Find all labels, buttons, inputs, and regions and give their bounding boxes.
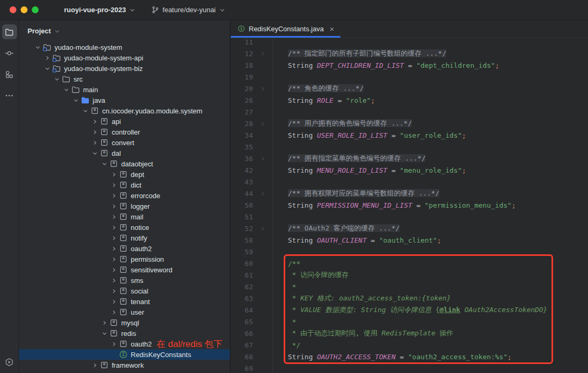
code-line-50[interactable]: 50String PERMISSION_MENU_ID_LIST = "perm… bbox=[231, 199, 588, 211]
fold-region-icon[interactable] bbox=[253, 121, 272, 127]
tree-item-java[interactable]: java bbox=[19, 95, 230, 105]
chevron-expanded-icon[interactable] bbox=[80, 106, 90, 115]
tree-item-api[interactable]: api bbox=[19, 116, 230, 127]
tree-item-framework[interactable]: framework bbox=[19, 360, 230, 370]
tree-item-notify[interactable]: notify bbox=[19, 233, 230, 243]
code-line-60[interactable]: 60/** bbox=[231, 257, 588, 269]
tree-item-mysql[interactable]: mysql bbox=[19, 317, 230, 328]
code-line-11[interactable]: 11 bbox=[231, 38, 588, 48]
code-line-66[interactable]: 66 * 由于动态过期时间, 使用 RedisTemplate 操作 bbox=[231, 327, 588, 339]
fold-region-icon[interactable] bbox=[253, 226, 272, 232]
fold-region-icon[interactable] bbox=[253, 51, 272, 57]
tree-item-rediskeyconstants[interactable]: IRedisKeyConstants bbox=[19, 349, 230, 360]
fold-region-icon[interactable] bbox=[253, 191, 272, 197]
chevron-expanded-icon[interactable] bbox=[52, 75, 61, 83]
code-line-68[interactable]: 68String OAUTH2_ACCESS_TOKEN = "oauth2_a… bbox=[231, 351, 588, 362]
tree-item-src[interactable]: src bbox=[19, 74, 230, 84]
chevron-collapsed-icon[interactable] bbox=[90, 361, 99, 369]
chevron-collapsed-icon[interactable] bbox=[109, 191, 119, 200]
code-line-12[interactable]: 12/** 指定部门的所有子部门编号数组的缓存 ...*/ bbox=[231, 48, 588, 59]
code-line-35[interactable]: 35 bbox=[231, 141, 588, 153]
tree-item-redis[interactable]: redis bbox=[19, 328, 230, 339]
tree-item-dataobject[interactable]: dataobject bbox=[19, 158, 230, 169]
chevron-expanded-icon[interactable] bbox=[42, 64, 52, 73]
chevron-collapsed-icon[interactable] bbox=[109, 244, 119, 253]
chevron-expanded-icon[interactable] bbox=[90, 149, 99, 157]
chevron-collapsed-icon[interactable] bbox=[99, 318, 109, 327]
chevron-collapsed-icon[interactable] bbox=[90, 138, 99, 147]
tree-item-oauth2[interactable]: oauth2在 dal/redis 包下 bbox=[19, 339, 230, 349]
code-line-62[interactable]: 62 * bbox=[231, 281, 588, 292]
tree-item-logger[interactable]: logger bbox=[19, 201, 230, 211]
chevron-expanded-icon[interactable] bbox=[99, 329, 109, 338]
code-line-67[interactable]: 67 */ bbox=[231, 339, 588, 351]
tree-item-notice[interactable]: notice bbox=[19, 222, 230, 233]
chevron-collapsed-icon[interactable] bbox=[42, 54, 52, 62]
tree-item-convert[interactable]: convert bbox=[19, 137, 230, 148]
chevron-expanded-icon[interactable] bbox=[33, 43, 42, 51]
tree-item-social[interactable]: social bbox=[19, 286, 230, 296]
chevron-collapsed-icon[interactable] bbox=[109, 276, 119, 285]
tree-item-yudao-module-system-biz[interactable]: yudao-module-system-biz bbox=[19, 63, 230, 74]
close-window-button[interactable] bbox=[10, 6, 16, 13]
chevron-collapsed-icon[interactable] bbox=[109, 202, 119, 210]
structure-tool-button[interactable] bbox=[2, 67, 17, 82]
chevron-collapsed-icon[interactable] bbox=[90, 128, 99, 136]
tab-rediskeyconstants[interactable]: I RedisKeyConstants.java × bbox=[231, 20, 340, 38]
fold-region-icon[interactable] bbox=[253, 86, 272, 92]
chevron-collapsed-icon[interactable] bbox=[109, 170, 119, 179]
chevron-collapsed-icon[interactable] bbox=[109, 265, 119, 274]
chevron-collapsed-icon[interactable] bbox=[109, 287, 119, 295]
zoom-window-button[interactable] bbox=[32, 6, 39, 13]
code-line-18[interactable]: 18String DEPT_CHILDREN_ID_LIST = "dept_c… bbox=[231, 59, 588, 71]
chevron-expanded-icon[interactable] bbox=[71, 96, 80, 104]
tree-item-mail[interactable]: mail bbox=[19, 211, 230, 222]
chevron-collapsed-icon[interactable] bbox=[109, 255, 119, 263]
chevron-collapsed-icon[interactable] bbox=[109, 212, 119, 221]
code-line-44[interactable]: 44/** 拥有权限对应的菜单编号数组的缓存 ...*/ bbox=[231, 188, 588, 199]
chevron-collapsed-icon[interactable] bbox=[109, 234, 119, 242]
tree-item-permission[interactable]: permission bbox=[19, 254, 230, 264]
more-tools-button[interactable] bbox=[2, 88, 17, 103]
tree-item-controller[interactable]: controller bbox=[19, 127, 230, 137]
tree-item-oauth2[interactable]: oauth2 bbox=[19, 243, 230, 254]
commit-tool-button[interactable] bbox=[2, 46, 17, 60]
tree-item-sensitiveword[interactable]: sensitiveword bbox=[19, 264, 230, 275]
project-switcher[interactable]: ruoyi-vue-pro-2023 bbox=[61, 4, 139, 16]
tree-item-yudao-module-system-api[interactable]: yudao-module-system-api bbox=[19, 52, 230, 63]
chevron-collapsed-icon[interactable] bbox=[109, 181, 119, 189]
code-line-51[interactable]: 51 bbox=[231, 211, 588, 223]
code-line-52[interactable]: 52/** OAuth2 客户端的缓存 ...*/ bbox=[231, 223, 588, 234]
tree-item-errorcode[interactable]: errorcode bbox=[19, 190, 230, 201]
git-branch-widget[interactable]: feature/dev-yunai bbox=[148, 4, 228, 16]
tree-item-user[interactable]: user bbox=[19, 307, 230, 317]
chevron-collapsed-icon[interactable] bbox=[109, 223, 119, 232]
code-line-61[interactable]: 61 * 访问令牌的缓存 bbox=[231, 269, 588, 281]
tree-item-yudao-module-system[interactable]: yudao-module-system bbox=[19, 42, 230, 52]
code-line-43[interactable]: 43 bbox=[231, 176, 588, 188]
code-line-65[interactable]: 65 * bbox=[231, 316, 588, 327]
chevron-collapsed-icon[interactable] bbox=[109, 297, 119, 306]
chevron-collapsed-icon[interactable] bbox=[109, 308, 119, 316]
tree-item-main[interactable]: main bbox=[19, 84, 230, 95]
code-line-19[interactable]: 19 bbox=[231, 71, 588, 83]
chevron-expanded-icon[interactable] bbox=[99, 159, 109, 168]
code-line-26[interactable]: 26String ROLE = "role"; bbox=[231, 94, 588, 106]
close-tab-icon[interactable]: × bbox=[330, 25, 334, 33]
code-line-59[interactable]: 59 bbox=[231, 246, 588, 257]
tree-item-dict[interactable]: dict bbox=[19, 180, 230, 190]
code-line-64[interactable]: 64 * VALUE 数据类型: String 访问令牌信息 {@link OA… bbox=[231, 304, 588, 316]
chevron-collapsed-icon[interactable] bbox=[90, 117, 99, 126]
minimize-window-button[interactable] bbox=[21, 6, 28, 13]
code-line-28[interactable]: 28/** 用户拥有的角色编号的缓存 ...*/ bbox=[231, 118, 588, 129]
chevron-collapsed-icon[interactable] bbox=[109, 340, 119, 348]
code-editor[interactable]: 1112/** 指定部门的所有子部门编号数组的缓存 ...*/18String … bbox=[231, 38, 588, 372]
code-line-42[interactable]: 42String MENU_ROLE_ID_LIST = "menu_role_… bbox=[231, 164, 588, 176]
fold-region-icon[interactable] bbox=[253, 156, 272, 162]
tree-item-cn-iocoder-yudao-module-system[interactable]: cn.iocoder.yudao.module.system bbox=[19, 105, 230, 116]
chevron-expanded-icon[interactable] bbox=[61, 85, 71, 94]
code-line-36[interactable]: 36/** 拥有指定菜单的角色编号的缓存 ...*/ bbox=[231, 153, 588, 164]
project-panel-header[interactable]: Project bbox=[19, 20, 230, 42]
code-line-69[interactable]: 69 bbox=[231, 362, 588, 372]
tree-item-dal[interactable]: dal bbox=[19, 148, 230, 158]
